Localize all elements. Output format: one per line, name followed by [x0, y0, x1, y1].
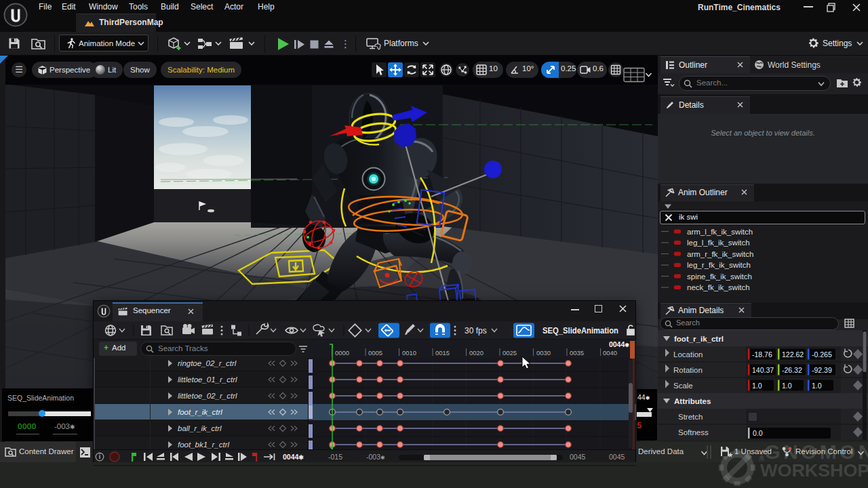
svg-text:leg_r_fk_ik_switch: leg_r_fk_ik_switch: [687, 261, 751, 269]
svg-text:1.0: 1.0: [812, 382, 822, 390]
svg-text:1.0: 1.0: [782, 382, 792, 390]
svg-text:0030: 0030: [536, 349, 551, 357]
svg-text:0000: 0000: [335, 349, 349, 357]
svg-text:Attributes: Attributes: [674, 397, 711, 405]
svg-text:-26.32: -26.32: [782, 366, 802, 374]
svg-text:arm_r_fk_ik_switch: arm_r_fk_ik_switch: [687, 250, 753, 258]
svg-text:ringtoe_02_r_ctrl: ringtoe_02_r_ctrl: [178, 359, 237, 367]
svg-text:SEQ_SlideAnimation: SEQ_SlideAnimation: [542, 326, 618, 336]
svg-text:0.0: 0.0: [753, 429, 763, 437]
svg-text:-18.76: -18.76: [752, 350, 772, 359]
svg-text:30 fps: 30 fps: [465, 326, 487, 336]
svg-text:ball_r_ik_ctrl: ball_r_ik_ctrl: [178, 424, 222, 432]
svg-text:spine_fk_ik_switch: spine_fk_ik_switch: [687, 272, 752, 281]
svg-text:arm_l_fk_ik_switch: arm_l_fk_ik_switch: [687, 228, 753, 236]
svg-text:Softness: Softness: [678, 428, 709, 436]
svg-text:foot_r_ik_ctrl: foot_r_ik_ctrl: [178, 408, 222, 416]
svg-text:Scale: Scale: [673, 382, 693, 390]
svg-text:Stretch: Stretch: [678, 413, 703, 421]
svg-text:140.37: 140.37: [752, 366, 774, 374]
svg-text:littletoe_02_r_ctrl: littletoe_02_r_ctrl: [178, 392, 237, 400]
svg-text:0015: 0015: [435, 349, 450, 357]
svg-text:0020: 0020: [469, 349, 484, 357]
svg-text:-0.265: -0.265: [812, 350, 832, 359]
svg-text:Location: Location: [673, 350, 703, 359]
svg-text:Rotation: Rotation: [673, 366, 703, 374]
svg-text:neck_fk_ik_switch: neck_fk_ik_switch: [687, 283, 750, 291]
svg-text:foot_r_ik_ctrl: foot_r_ik_ctrl: [674, 335, 724, 343]
svg-text:0005: 0005: [368, 349, 382, 357]
svg-text:0025: 0025: [502, 349, 517, 357]
svg-text:foot_bk1_r_ctrl: foot_bk1_r_ctrl: [178, 441, 230, 449]
svg-text:0010: 0010: [402, 349, 416, 357]
svg-text:0040: 0040: [603, 349, 617, 357]
svg-text:leg_l_fk_ik_switch: leg_l_fk_ik_switch: [687, 239, 750, 247]
svg-text:littletoe_01_r_ctrl: littletoe_01_r_ctrl: [178, 375, 237, 384]
svg-text:WORKSHOP: WORKSHOP: [760, 460, 868, 480]
svg-text:-92.39: -92.39: [812, 366, 832, 374]
svg-text:122.62: 122.62: [782, 350, 804, 359]
svg-text:0035: 0035: [570, 349, 584, 357]
svg-text:1.0: 1.0: [752, 382, 762, 390]
